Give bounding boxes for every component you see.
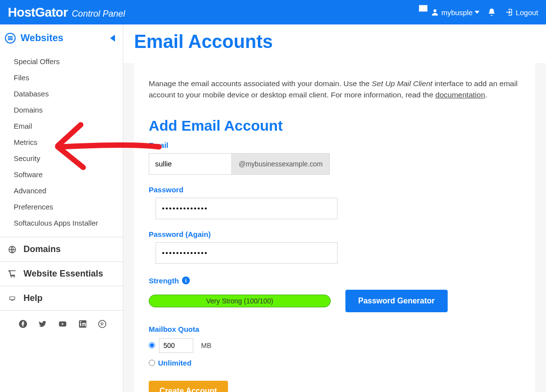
username-label: mybusple: [441, 8, 473, 17]
password2-label: Password (Again): [149, 230, 521, 238]
user-dropdown[interactable]: mybusple: [431, 8, 479, 17]
quota-unit-label: MB: [201, 342, 211, 349]
logo-block: HostGator Control Panel: [8, 5, 125, 20]
password2-input[interactable]: [156, 242, 338, 264]
svg-point-0: [433, 9, 436, 12]
content-panel: Manage the email accounts associated wit…: [134, 63, 535, 392]
email-label: Email: [149, 141, 521, 149]
youtube-icon[interactable]: [58, 320, 68, 328]
sidebar-items: Special Offers Files Databases Domains E…: [0, 51, 123, 237]
password-generator-button[interactable]: Password Generator: [345, 290, 448, 312]
svg-point-10: [99, 321, 106, 328]
create-account-button[interactable]: Create Account: [149, 381, 228, 392]
logo-text: HostGator: [8, 5, 68, 20]
strength-label-text: Strength: [149, 277, 179, 285]
sidebar-section-label: Domains: [23, 244, 61, 254]
intro-text: Manage the email accounts associated wit…: [149, 78, 521, 101]
email-domain-label: @mybusinessexample.com: [232, 153, 330, 175]
cart-icon: [8, 270, 17, 278]
bell-icon[interactable]: [487, 8, 496, 17]
sidebar-section-essentials[interactable]: Website Essentials: [0, 261, 123, 286]
password-label: Password: [149, 185, 521, 194]
sidebar-item-software[interactable]: Software: [0, 166, 123, 183]
logo-subtitle: Control Panel: [72, 9, 125, 19]
broken-image-icon: [419, 5, 428, 12]
intro-italic: Set Up Mail Client: [372, 79, 432, 88]
sidebar-item-advanced[interactable]: Advanced: [0, 183, 123, 199]
menu-circle-icon: [5, 33, 16, 44]
strength-meter: Very Strong (100/100): [149, 295, 331, 307]
twitter-icon[interactable]: [38, 320, 47, 328]
sidebar-item-files[interactable]: Files: [0, 69, 123, 86]
sidebar-item-domains[interactable]: Domains: [0, 102, 123, 118]
help-icon: [8, 294, 17, 303]
top-navbar: HostGator Control Panel mybusple Logout: [0, 0, 546, 24]
sidebar-section-label: Website Essentials: [23, 269, 103, 279]
sidebar-item-preferences[interactable]: Preferences: [0, 199, 123, 215]
sidebar-item-metrics[interactable]: Metrics: [0, 134, 123, 150]
logout-icon: [504, 8, 513, 17]
sidebar-section-label: Help: [23, 293, 43, 303]
user-icon: [431, 8, 439, 17]
sidebar-item-softaculous[interactable]: Softaculous Apps Installer: [0, 215, 123, 231]
sidebar-title: Websites: [21, 32, 63, 44]
globe-icon: [8, 245, 17, 254]
quota-label: Mailbox Quota: [149, 325, 521, 333]
sidebar-item-email[interactable]: Email: [0, 118, 123, 134]
pinterest-icon[interactable]: [98, 320, 107, 328]
svg-rect-4: [10, 297, 15, 300]
sidebar-section-help[interactable]: Help: [0, 286, 123, 310]
quota-unlimited-radio[interactable]: [149, 360, 155, 366]
intro-post: .: [485, 91, 487, 99]
intro-pre: Manage the email accounts associated wit…: [149, 79, 372, 88]
sidebar-header: Websites: [0, 24, 123, 51]
sidebar-item-security[interactable]: Security: [0, 150, 123, 166]
quota-fixed-radio[interactable]: [149, 342, 155, 348]
quota-value-input[interactable]: [159, 338, 193, 353]
info-icon[interactable]: i: [182, 277, 190, 284]
unlimited-label: Unlimited: [158, 359, 191, 367]
linkedin-icon[interactable]: [78, 320, 87, 328]
svg-point-3: [14, 276, 15, 277]
svg-point-2: [11, 276, 12, 277]
email-local-input[interactable]: [149, 153, 232, 175]
add-email-heading: Add Email Account: [149, 117, 521, 134]
collapse-sidebar-icon[interactable]: [110, 35, 115, 42]
topbar-right: mybusple Logout: [419, 8, 538, 17]
page-title: Email Accounts: [123, 24, 546, 63]
facebook-icon[interactable]: [19, 320, 27, 328]
sidebar-item-special-offers[interactable]: Special Offers: [0, 53, 123, 69]
caret-down-icon: [475, 10, 479, 15]
password-input[interactable]: [156, 198, 338, 219]
logout-label: Logout: [516, 8, 538, 17]
svg-point-9: [80, 321, 82, 323]
sidebar: Websites Special Offers Files Databases …: [0, 24, 123, 392]
social-row: [0, 310, 123, 337]
main-content: Email Accounts Manage the email accounts…: [123, 24, 546, 392]
logout-button[interactable]: Logout: [504, 8, 538, 17]
strength-label: Strength i: [149, 277, 521, 285]
documentation-link[interactable]: documentation: [435, 91, 485, 99]
sidebar-item-databases[interactable]: Databases: [0, 86, 123, 102]
sidebar-section-domains[interactable]: Domains: [0, 237, 123, 261]
svg-rect-8: [80, 323, 81, 326]
